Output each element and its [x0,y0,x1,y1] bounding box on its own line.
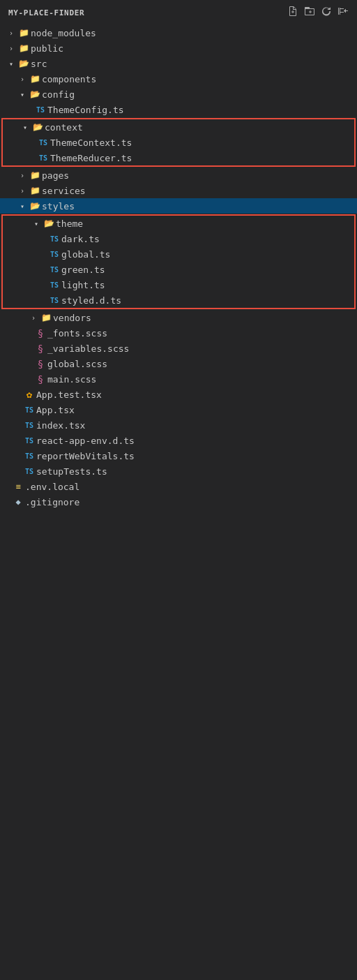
tree-item-src[interactable]: 📂 src [0,56,357,71]
tree-item-light[interactable]: TS light.ts [3,277,354,292]
label-themeconfig: ThemeConfig.ts [47,105,124,115]
tree-item-public[interactable]: 📁 public [0,40,357,56]
folder-icon-vendors: 📁 [39,313,53,322]
tree-item-styled-d-ts[interactable]: TS styled.d.ts [3,292,354,308]
arrow-config [17,89,28,100]
header-actions [287,6,349,20]
tree-item-themecontext[interactable]: TS ThemeContext.ts [3,135,354,150]
label-services: services [42,186,86,196]
folder-icon-node-modules: 📁 [17,28,31,38]
ts-icon-app-tsx: TS [22,406,36,414]
explorer-header: MY-PLACE-FINDER [0,0,357,25]
arrow-vendors [28,312,39,323]
label-global-scss: global.scss [47,359,107,369]
arrow-gitignore [6,496,11,507]
tree-item-context[interactable]: 📂 context [3,119,354,135]
tree-item-node-modules[interactable]: 📁 node_modules [0,25,357,40]
tree-item-services[interactable]: 📁 services [0,183,357,198]
label-env-local: .env.local [25,482,79,492]
arrow-components [17,73,28,84]
label-dark: dark.ts [61,234,100,244]
tree-item-app-tsx[interactable]: TS App.tsx [0,402,357,417]
ts-icon-setuptests: TS [22,468,36,475]
arrow-app-test [17,389,22,400]
arrow-themeconfig [28,104,33,115]
scss-icon-fonts: § [33,327,47,339]
label-reportwebvitals: reportWebVitals.ts [36,451,135,461]
arrow-global-ts [42,248,47,260]
tree-item-theme[interactable]: 📂 theme [3,216,354,231]
arrow-services [17,185,28,196]
folder-icon-pages: 📁 [28,170,42,180]
ts-icon-themeconfig: TS [33,106,47,114]
refresh-icon[interactable] [321,6,332,20]
scss-icon-main: § [33,373,47,385]
label-global-ts: global.ts [61,249,110,260]
label-styled-d-ts: styled.d.ts [61,295,121,306]
arrow-context [20,121,31,133]
tree-item-index-tsx[interactable]: TS index.tsx [0,417,357,433]
ts-icon-styled-d-ts: TS [47,297,61,304]
tree-item-fonts-scss[interactable]: § _fonts.scss [0,325,357,341]
tree-item-gitignore[interactable]: ◆ .gitignore [0,494,357,510]
tree-item-themeconfig[interactable]: TS ThemeConfig.ts [0,102,357,117]
folder-icon-config: 📂 [28,89,42,99]
label-main-scss: main.scss [47,374,96,385]
explorer-title: MY-PLACE-FINDER [8,8,84,17]
ts-icon-reportwebvitals: TS [22,452,36,460]
arrow-reportwebvitals [17,450,22,461]
ts-icon-global-ts: TS [47,251,61,258]
folder-icon-src: 📂 [17,59,31,68]
arrow-dark [42,233,47,244]
new-file-icon[interactable] [287,6,298,20]
tree-item-themereducer[interactable]: TS ThemeReducer.ts [3,150,354,165]
label-green: green.ts [61,265,105,275]
label-theme: theme [56,218,83,229]
tree-item-config[interactable]: 📂 config [0,87,357,102]
ts-icon-green: TS [47,266,61,274]
collapse-all-icon[interactable] [337,6,349,20]
arrow-global-scss [28,358,33,369]
label-public: public [31,43,63,54]
label-themecontext: ThemeContext.ts [50,138,132,148]
arrow-light [42,279,47,290]
arrow-green [42,264,47,275]
tree-item-reportwebvitals[interactable]: TS reportWebVitals.ts [0,448,357,463]
ts-icon-themecontext: TS [36,139,50,147]
arrow-fonts-scss [28,327,33,339]
folder-icon-theme: 📂 [42,218,56,228]
arrow-src [6,58,17,69]
tree-item-components[interactable]: 📁 components [0,71,357,87]
folder-icon-components: 📁 [28,74,42,84]
tree-item-app-test[interactable]: ✿ App.test.tsx [0,387,357,402]
label-light: light.ts [61,280,105,290]
ts-icon-light: TS [47,281,61,289]
label-fonts-scss: _fonts.scss [47,328,107,339]
tree-item-green[interactable]: TS green.ts [3,262,354,277]
label-index-tsx: index.tsx [36,420,85,431]
folder-icon-services: 📁 [28,186,42,195]
label-config: config [42,89,75,100]
tree-item-setuptests[interactable]: TS setupTests.ts [0,463,357,479]
tree-item-pages[interactable]: 📁 pages [0,168,357,183]
label-app-test: App.test.tsx [36,389,102,400]
tree-item-global-ts[interactable]: TS global.ts [3,246,354,262]
ts-icon-index-tsx: TS [22,422,36,429]
tree-item-styles[interactable]: 📂 styles [0,198,357,214]
tree-item-vendors[interactable]: 📁 vendors [0,310,357,325]
arrow-variables-scss [28,343,33,354]
tree-item-react-app-env[interactable]: TS react-app-env.d.ts [0,433,357,448]
arrow-index-tsx [17,420,22,431]
label-themereducer: ThemeReducer.ts [50,153,132,163]
new-folder-icon[interactable] [304,6,315,20]
arrow-env-local [6,481,11,492]
arrow-node-modules [6,27,17,38]
arrow-app-tsx [17,404,22,415]
tree-item-main-scss[interactable]: § main.scss [0,371,357,387]
arrow-themecontext [31,137,36,148]
tree-item-env-local[interactable]: ≡ .env.local [0,479,357,494]
arrow-setuptests [17,466,22,477]
tree-item-dark[interactable]: TS dark.ts [3,231,354,246]
tree-item-global-scss[interactable]: § global.scss [0,356,357,371]
tree-item-variables-scss[interactable]: § _variables.scss [0,341,357,356]
